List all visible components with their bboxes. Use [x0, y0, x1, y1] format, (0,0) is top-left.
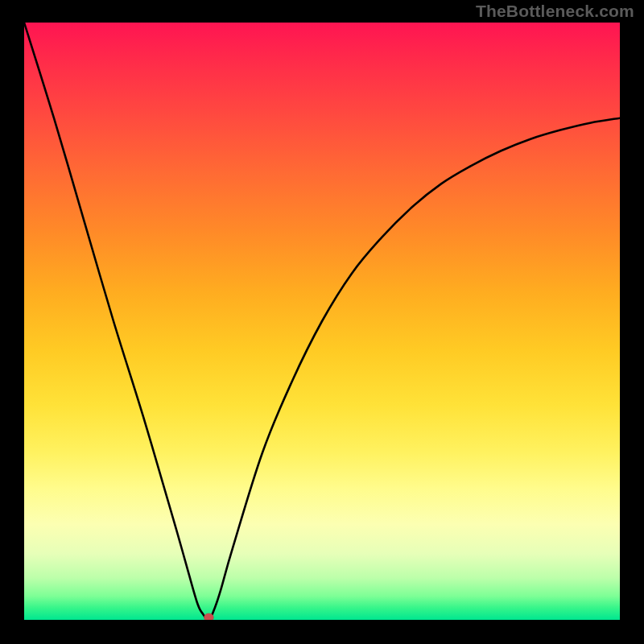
chart-svg: [24, 23, 620, 620]
watermark-text: TheBottleneck.com: [476, 2, 634, 21]
bottleneck-curve: [24, 23, 620, 620]
chart-container: TheBottleneck.com: [0, 0, 644, 644]
plot-area: [24, 23, 620, 620]
optimal-point-marker: [204, 613, 213, 620]
